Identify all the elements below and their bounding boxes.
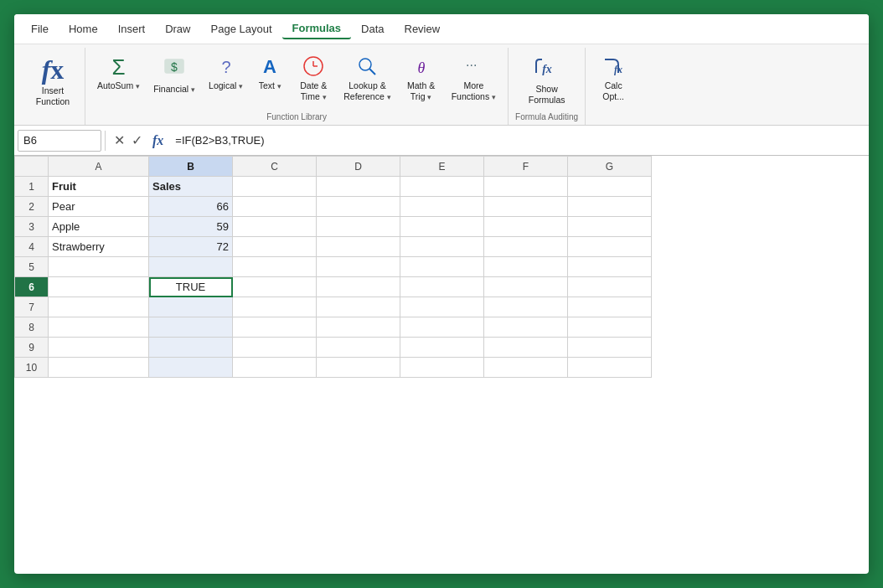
cell-a2[interactable]: Pear [49, 197, 149, 217]
cell-c10[interactable] [233, 358, 317, 378]
cell-a3[interactable]: Apple [49, 217, 149, 237]
cell-a7[interactable] [49, 297, 149, 317]
cell-d5[interactable] [317, 257, 400, 277]
cell-c8[interactable] [233, 317, 317, 338]
cell-e7[interactable] [400, 297, 484, 317]
insert-function-button[interactable]: fx Insert Function [28, 51, 78, 110]
col-header-e[interactable]: E [400, 157, 484, 177]
menu-review[interactable]: Review [395, 19, 451, 39]
cell-c9[interactable] [233, 338, 317, 358]
cell-d8[interactable] [317, 317, 400, 338]
cell-b10[interactable] [149, 358, 233, 378]
cell-d1[interactable] [317, 177, 400, 197]
cell-e1[interactable] [400, 177, 484, 197]
autosum-button[interactable]: Σ AutoSum ▾ [92, 51, 145, 110]
cell-d10[interactable] [317, 358, 400, 378]
cell-f4[interactable] [484, 237, 568, 257]
cell-c4[interactable] [233, 237, 317, 257]
col-header-a[interactable]: A [49, 157, 149, 177]
cell-f9[interactable] [484, 338, 568, 358]
cell-c3[interactable] [233, 217, 317, 237]
cell-a8[interactable] [49, 317, 149, 338]
formula-input[interactable] [172, 132, 865, 148]
col-header-f[interactable]: F [484, 157, 568, 177]
cell-e3[interactable] [400, 217, 484, 237]
cell-g9[interactable] [568, 338, 652, 358]
cell-b2[interactable]: 66 [149, 197, 233, 217]
cell-c6[interactable] [233, 277, 317, 297]
cell-c5[interactable] [233, 257, 317, 277]
cell-d9[interactable] [317, 338, 400, 358]
datetime-button[interactable]: Date &Time ▾ [292, 51, 335, 110]
cell-e6[interactable] [400, 277, 484, 297]
menu-data[interactable]: Data [351, 19, 394, 39]
cell-b8[interactable] [149, 317, 233, 338]
math-button[interactable]: θ Math &Trig ▾ [400, 51, 443, 110]
cell-e8[interactable] [400, 317, 484, 338]
cell-b7[interactable] [149, 297, 233, 317]
cell-g3[interactable] [568, 217, 652, 237]
cell-a4[interactable]: Strawberry [49, 237, 149, 257]
cell-b3[interactable]: 59 [149, 217, 233, 237]
cell-g7[interactable] [568, 297, 652, 317]
cell-b6[interactable]: TRUE [149, 277, 233, 297]
cell-d6[interactable] [317, 277, 400, 297]
col-header-b[interactable]: B [149, 157, 233, 177]
cell-g1[interactable] [568, 177, 652, 197]
cell-e4[interactable] [400, 237, 484, 257]
cell-c2[interactable] [233, 197, 317, 217]
menu-insert[interactable]: Insert [108, 19, 156, 39]
show-formulas-button[interactable]: fx Show Formulas [522, 51, 572, 110]
cell-f1[interactable] [484, 177, 568, 197]
cell-g6[interactable] [568, 277, 652, 297]
cell-f5[interactable] [484, 257, 568, 277]
menu-formulas[interactable]: Formulas [282, 18, 352, 39]
menu-home[interactable]: Home [59, 19, 108, 39]
text-button[interactable]: A Text ▾ [251, 51, 288, 110]
col-header-c[interactable]: C [233, 157, 317, 177]
cell-d3[interactable] [317, 217, 400, 237]
col-header-g[interactable]: G [568, 157, 652, 177]
cell-e9[interactable] [400, 338, 484, 358]
cell-a6[interactable] [49, 277, 149, 297]
cell-f3[interactable] [484, 217, 568, 237]
cell-a9[interactable] [49, 338, 149, 358]
name-box[interactable] [18, 130, 101, 152]
cell-c7[interactable] [233, 297, 317, 317]
cell-b4[interactable]: 72 [149, 237, 233, 257]
cancel-formula-button[interactable]: ✕ [112, 131, 127, 150]
cell-g10[interactable] [568, 358, 652, 378]
cell-b1[interactable]: Sales [149, 177, 233, 197]
cell-d7[interactable] [317, 297, 400, 317]
cell-e5[interactable] [400, 257, 484, 277]
lookup-button[interactable]: Lookup &Reference ▾ [338, 51, 395, 110]
cell-a10[interactable] [49, 358, 149, 378]
cell-c1[interactable] [233, 177, 317, 197]
cell-f2[interactable] [484, 197, 568, 217]
cell-g4[interactable] [568, 237, 652, 257]
cell-d4[interactable] [317, 237, 400, 257]
menu-file[interactable]: File [21, 19, 59, 39]
cell-d2[interactable] [317, 197, 400, 217]
cell-a5[interactable] [49, 257, 149, 277]
cell-g5[interactable] [568, 257, 652, 277]
menu-draw[interactable]: Draw [155, 19, 200, 39]
cell-a1[interactable]: Fruit [49, 177, 149, 197]
financial-button[interactable]: $ Financial ▾ [148, 51, 200, 110]
calc-options-button[interactable]: fx Calc Opt... [592, 51, 634, 110]
cell-e2[interactable] [400, 197, 484, 217]
grid-container[interactable]: A B C D E F G 1 Fruit Sales [14, 156, 869, 574]
cell-f6[interactable] [484, 277, 568, 297]
menu-page-layout[interactable]: Page Layout [201, 19, 282, 39]
logical-button[interactable]: ? Logical ▾ [204, 51, 248, 110]
cell-f7[interactable] [484, 297, 568, 317]
cell-f8[interactable] [484, 317, 568, 338]
cell-f10[interactable] [484, 358, 568, 378]
cell-g2[interactable] [568, 197, 652, 217]
confirm-formula-button[interactable]: ✓ [130, 131, 144, 150]
cell-e10[interactable] [400, 358, 484, 378]
cell-g8[interactable] [568, 317, 652, 338]
col-header-d[interactable]: D [317, 157, 400, 177]
more-functions-button[interactable]: ··· MoreFunctions ▾ [447, 51, 501, 110]
cell-b9[interactable] [149, 338, 233, 358]
